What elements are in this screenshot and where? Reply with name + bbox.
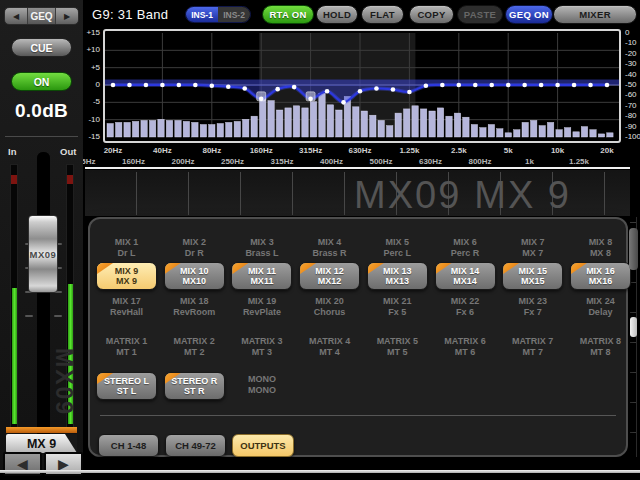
channel-label-line: MIX 22 xyxy=(435,296,496,307)
geq-band-dot[interactable] xyxy=(358,89,363,94)
geq-band-dot[interactable] xyxy=(506,83,511,88)
geq-band-dot[interactable] xyxy=(259,97,264,102)
geq-band-dot[interactable] xyxy=(308,97,313,102)
channel-button-mix-10[interactable]: MIX 10MX10 xyxy=(164,262,225,290)
cell-separator xyxy=(292,172,293,215)
bank-tab-ch-49-72[interactable]: CH 49-72 xyxy=(165,434,226,457)
channel-label-mix-24: MIX 24Delay xyxy=(570,296,631,317)
channel-select-panel: MIX 1Dr LMIX 2Dr RMIX 3Brass LMIX 4Brass… xyxy=(88,217,628,457)
channel-name-label: MX 9 xyxy=(27,437,56,451)
channel-button-mix-16[interactable]: MIX 16MX16 xyxy=(570,262,631,290)
geq-mode-label: GEQ xyxy=(27,8,56,24)
flat-button[interactable]: FLAT xyxy=(361,5,404,24)
geq-band-dot[interactable] xyxy=(325,89,330,94)
channel-button-mix-12[interactable]: MIX 12MX12 xyxy=(299,262,360,290)
geq-band-dot[interactable] xyxy=(111,83,116,88)
scrollbar-thumb[interactable] xyxy=(629,228,638,270)
rta-on-button[interactable]: RTA ON xyxy=(262,5,314,24)
geq-band-dot[interactable] xyxy=(292,85,297,90)
gain-scale-label: +15 xyxy=(86,29,100,37)
rta-spectrum-bar xyxy=(116,122,122,137)
rta-scale-label: -100 xyxy=(625,133,640,141)
geq-graph-svg[interactable] xyxy=(105,31,619,141)
geq-band-dot[interactable] xyxy=(588,83,593,88)
channel-button-stereo-l[interactable]: STEREO LST L xyxy=(96,372,157,400)
rta-spectrum-bar xyxy=(607,133,613,137)
channel-on-button[interactable]: ON xyxy=(11,72,72,91)
channel-label-line: MIX 8 xyxy=(570,237,631,248)
meter-peak-segment xyxy=(11,175,17,184)
rta-spectrum-bar xyxy=(251,116,257,137)
rta-spectrum-bar xyxy=(192,122,198,137)
geq-prev-button[interactable]: ◀ xyxy=(5,8,27,24)
geq-band-dot[interactable] xyxy=(144,83,149,88)
fader-knob[interactable]: MX09 xyxy=(28,215,58,293)
channel-label-line: RevRoom xyxy=(164,307,225,318)
geq-band-dot[interactable] xyxy=(572,83,577,88)
channel-button-mix-9[interactable]: MIX 9MX 9 xyxy=(96,262,157,290)
meter-in-label: In xyxy=(8,146,16,157)
geq-band-dot[interactable] xyxy=(440,83,445,88)
geq-band-dot[interactable] xyxy=(489,83,494,88)
geq-band-dot[interactable] xyxy=(407,90,412,95)
channel-label-line: Brass L xyxy=(231,248,292,259)
band-strip-label: 160Hz xyxy=(122,157,145,166)
rta-spectrum-bar xyxy=(581,127,587,137)
channel-label-line: MIX 3 xyxy=(231,237,292,248)
scroll-indicator[interactable] xyxy=(630,317,637,337)
geq-band-dot[interactable] xyxy=(341,100,346,105)
gain-scale-label: +10 xyxy=(86,46,100,54)
geq-band-dot[interactable] xyxy=(374,86,379,91)
paste-button[interactable]: PASTE xyxy=(457,5,503,24)
channel-button-mix-11[interactable]: MIX 11MX11 xyxy=(231,262,292,290)
channel-color-bar xyxy=(6,427,77,433)
geq-band-dot[interactable] xyxy=(242,86,247,91)
rta-spectrum-bar xyxy=(327,105,333,137)
rta-scale-label: -90 xyxy=(625,123,637,131)
band-strip-label: 315Hz xyxy=(270,157,293,166)
geq-band-dot[interactable] xyxy=(457,83,462,88)
copy-button[interactable]: COPY xyxy=(409,5,454,24)
channel-button-mix-13[interactable]: MIX 13MX13 xyxy=(367,262,428,290)
channel-button-mix-15[interactable]: MIX 15MX15 xyxy=(502,262,563,290)
left-arrow-icon: ◀ xyxy=(13,12,19,21)
geq-band-dot[interactable] xyxy=(391,87,396,92)
bank-tab-ch-1-48[interactable]: CH 1-48 xyxy=(98,434,159,457)
channel-button-stereo-r[interactable]: STEREO RST R xyxy=(164,372,225,400)
geq-band-dot[interactable] xyxy=(275,87,280,92)
channel-button-label: MX15 xyxy=(503,276,562,287)
geq-band-dot[interactable] xyxy=(424,83,429,88)
geq-band-dot[interactable] xyxy=(226,84,231,89)
geq-band-dot[interactable] xyxy=(193,83,198,88)
channel-label-matrix-5: MATRIX 5MT 5 xyxy=(367,336,428,357)
geq-band-dot[interactable] xyxy=(522,83,527,88)
geq-graph[interactable] xyxy=(103,29,621,143)
channel-label-mix-20: MIX 20Chorus xyxy=(299,296,360,317)
tab-ins-2[interactable]: INS-2 xyxy=(218,7,250,22)
band-strip-label: 1.25k xyxy=(569,157,589,166)
freq-axis-label: 80Hz xyxy=(202,146,221,155)
tab-ins-1[interactable]: INS-1 xyxy=(186,7,218,22)
channel-button-mix-14[interactable]: MIX 14MX14 xyxy=(435,262,496,290)
channel-button-label: MX12 xyxy=(300,276,359,287)
hold-button[interactable]: HOLD xyxy=(316,5,358,24)
geq-band-dot[interactable] xyxy=(210,83,215,88)
geq-band-dot[interactable] xyxy=(473,83,478,88)
channel-label-line: MATRIX 5 xyxy=(367,336,428,347)
geq-band-dot[interactable] xyxy=(160,83,165,88)
geq-band-dot[interactable] xyxy=(127,83,132,88)
geq-band-dot[interactable] xyxy=(605,83,610,88)
geq-band-dot[interactable] xyxy=(555,83,560,88)
channel-label-mono: MONOMONO xyxy=(231,374,292,395)
cue-button[interactable]: CUE xyxy=(11,38,72,57)
rta-spectrum-bar xyxy=(547,122,553,137)
geq-on-button[interactable]: GEQ ON xyxy=(505,5,553,24)
channel-label-mix-5: MIX 5Perc L xyxy=(367,237,428,258)
geq-band-dot[interactable] xyxy=(177,83,182,88)
bank-tab-outputs[interactable]: OUTPUTS xyxy=(232,434,294,457)
gain-scale: +15+10+50-5-10-15 xyxy=(83,0,102,150)
channel-label-matrix-8: MATRIX 8MT 8 xyxy=(570,336,631,357)
geq-next-button[interactable]: ▶ xyxy=(56,8,78,24)
rta-spectrum-bar xyxy=(124,122,130,137)
geq-band-dot[interactable] xyxy=(539,83,544,88)
